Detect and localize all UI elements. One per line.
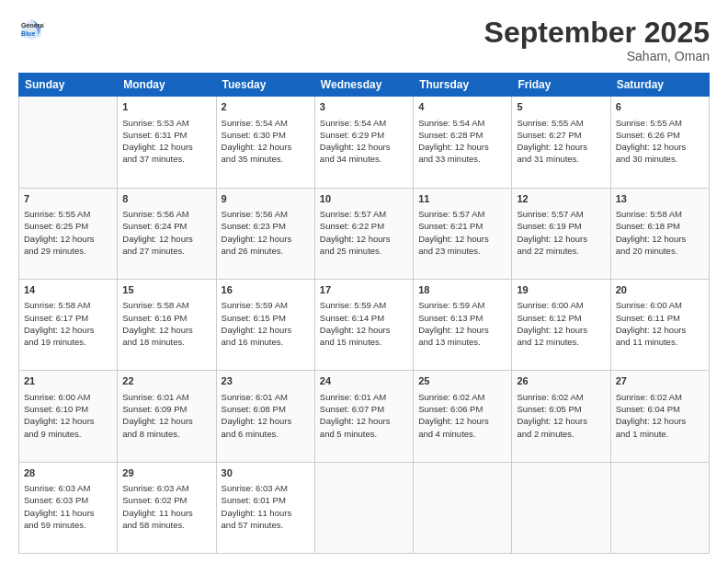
day-info: and 5 minutes.: [320, 428, 408, 440]
day-info: Sunrise: 5:58 AM: [616, 208, 704, 220]
day-info: Sunset: 6:03 PM: [24, 494, 112, 506]
day-info: Daylight: 12 hours: [222, 233, 310, 245]
day-info: Daylight: 12 hours: [24, 324, 112, 336]
day-info: Sunset: 6:14 PM: [320, 312, 408, 324]
page: General Blue September 2025 Saham, Oman …: [0, 0, 728, 563]
day-info: Sunrise: 5:54 AM: [222, 117, 310, 129]
day-number: 21: [24, 374, 112, 388]
day-info: Sunrise: 5:55 AM: [517, 117, 605, 129]
day-info: Sunrise: 5:57 AM: [517, 208, 605, 220]
day-info: Daylight: 12 hours: [122, 233, 210, 245]
day-info: and 59 minutes.: [24, 519, 112, 531]
day-info: Sunrise: 5:54 AM: [418, 117, 506, 129]
calendar-week-1: 1Sunrise: 5:53 AMSunset: 6:31 PMDaylight…: [19, 97, 710, 188]
calendar-cell: 27Sunrise: 6:02 AMSunset: 6:04 PMDayligh…: [610, 371, 709, 462]
calendar-cell: 4Sunrise: 5:54 AMSunset: 6:28 PMDaylight…: [414, 97, 512, 188]
day-info: and 13 minutes.: [418, 336, 506, 348]
day-info: and 1 minute.: [616, 428, 704, 440]
day-info: Sunset: 6:16 PM: [122, 312, 210, 324]
day-info: Sunset: 6:22 PM: [320, 220, 408, 232]
calendar-week-3: 14Sunrise: 5:58 AMSunset: 6:17 PMDayligh…: [19, 279, 710, 370]
calendar-table: Sunday Monday Tuesday Wednesday Thursday…: [18, 73, 710, 554]
day-info: Sunrise: 5:57 AM: [320, 208, 408, 220]
day-info: and 12 minutes.: [517, 336, 605, 348]
day-info: and 18 minutes.: [122, 336, 210, 348]
day-number: 14: [24, 283, 112, 297]
col-sunday: Sunday: [19, 74, 118, 97]
day-info: Sunset: 6:08 PM: [222, 403, 310, 415]
calendar-week-2: 7Sunrise: 5:55 AMSunset: 6:25 PMDaylight…: [19, 188, 710, 279]
day-info: Sunset: 6:13 PM: [418, 312, 506, 324]
day-info: Sunset: 6:18 PM: [616, 220, 704, 232]
calendar-cell: 26Sunrise: 6:02 AMSunset: 6:05 PMDayligh…: [512, 371, 610, 462]
calendar-week-4: 21Sunrise: 6:00 AMSunset: 6:10 PMDayligh…: [19, 371, 710, 462]
day-number: 13: [616, 192, 704, 206]
day-number: 22: [122, 374, 210, 388]
day-info: Sunrise: 6:00 AM: [616, 299, 704, 311]
calendar-cell: [19, 97, 118, 188]
calendar-cell: 21Sunrise: 6:00 AMSunset: 6:10 PMDayligh…: [19, 371, 118, 462]
calendar-cell: [610, 462, 709, 553]
calendar-cell: 2Sunrise: 5:54 AMSunset: 6:30 PMDaylight…: [216, 97, 314, 188]
day-info: Sunset: 6:29 PM: [320, 129, 408, 141]
calendar-cell: 20Sunrise: 6:00 AMSunset: 6:11 PMDayligh…: [610, 279, 709, 370]
calendar-cell: 25Sunrise: 6:02 AMSunset: 6:06 PMDayligh…: [414, 371, 512, 462]
day-number: 11: [418, 192, 506, 206]
col-saturday: Saturday: [610, 74, 709, 97]
day-info: Daylight: 12 hours: [320, 324, 408, 336]
day-info: and 6 minutes.: [222, 428, 310, 440]
day-info: and 9 minutes.: [24, 428, 112, 440]
day-number: 23: [222, 374, 310, 388]
day-info: Sunrise: 5:59 AM: [320, 299, 408, 311]
col-thursday: Thursday: [414, 74, 512, 97]
calendar-cell: [512, 462, 610, 553]
day-info: Sunset: 6:05 PM: [517, 403, 605, 415]
day-info: Sunset: 6:19 PM: [517, 220, 605, 232]
day-info: Sunset: 6:30 PM: [222, 129, 310, 141]
day-info: Daylight: 12 hours: [122, 415, 210, 427]
day-info: Daylight: 12 hours: [122, 324, 210, 336]
svg-text:General: General: [21, 22, 44, 29]
day-info: Daylight: 12 hours: [122, 141, 210, 153]
day-info: Sunset: 6:23 PM: [222, 220, 310, 232]
day-info: Sunrise: 6:01 AM: [320, 391, 408, 403]
calendar-cell: 14Sunrise: 5:58 AMSunset: 6:17 PMDayligh…: [19, 279, 118, 370]
day-info: Sunrise: 5:57 AM: [418, 208, 506, 220]
day-info: Sunrise: 5:58 AM: [24, 299, 112, 311]
day-info: Sunset: 6:17 PM: [24, 312, 112, 324]
day-info: Sunset: 6:01 PM: [222, 494, 310, 506]
day-info: Sunrise: 6:01 AM: [122, 391, 210, 403]
day-info: and 27 minutes.: [122, 245, 210, 257]
svg-text:Blue: Blue: [21, 30, 35, 37]
day-info: Daylight: 12 hours: [616, 415, 704, 427]
day-info: Daylight: 12 hours: [24, 415, 112, 427]
day-info: Daylight: 12 hours: [222, 141, 310, 153]
header: General Blue September 2025 Saham, Oman: [18, 17, 710, 63]
day-info: Daylight: 12 hours: [222, 415, 310, 427]
day-info: Sunset: 6:21 PM: [418, 220, 506, 232]
day-number: 2: [222, 100, 310, 114]
logo: General Blue: [18, 17, 44, 42]
day-number: 12: [517, 192, 605, 206]
day-number: 6: [616, 100, 704, 114]
day-info: Sunrise: 5:56 AM: [222, 208, 310, 220]
location-subtitle: Saham, Oman: [484, 49, 710, 63]
day-number: 15: [122, 283, 210, 297]
day-number: 1: [122, 100, 210, 114]
day-info: and 20 minutes.: [616, 245, 704, 257]
day-info: Daylight: 12 hours: [418, 141, 506, 153]
day-info: and 35 minutes.: [222, 153, 310, 165]
day-info: and 58 minutes.: [122, 519, 210, 531]
day-info: Daylight: 12 hours: [517, 141, 605, 153]
day-info: Sunset: 6:10 PM: [24, 403, 112, 415]
day-info: Sunset: 6:27 PM: [517, 129, 605, 141]
day-info: Sunrise: 6:00 AM: [517, 299, 605, 311]
day-number: 19: [517, 283, 605, 297]
calendar-cell: 15Sunrise: 5:58 AMSunset: 6:16 PMDayligh…: [118, 279, 216, 370]
calendar-cell: 22Sunrise: 6:01 AMSunset: 6:09 PMDayligh…: [118, 371, 216, 462]
day-number: 4: [418, 100, 506, 114]
day-info: Daylight: 11 hours: [122, 507, 210, 519]
calendar-cell: 13Sunrise: 5:58 AMSunset: 6:18 PMDayligh…: [610, 188, 709, 279]
calendar-cell: 23Sunrise: 6:01 AMSunset: 6:08 PMDayligh…: [216, 371, 314, 462]
day-info: Sunrise: 5:58 AM: [122, 299, 210, 311]
